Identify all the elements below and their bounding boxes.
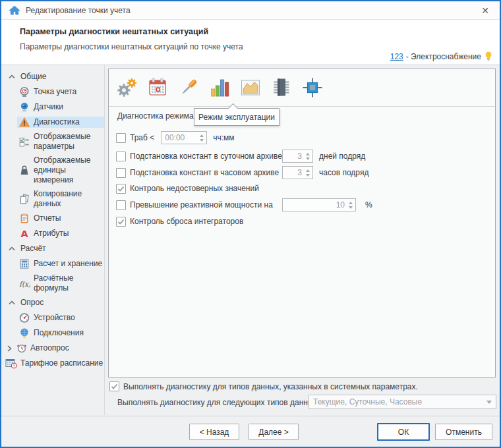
sidebar-item-2[interactable]: Датчики bbox=[17, 101, 104, 113]
sidebar-item-11[interactable]: f(x)Расчётныеформулы bbox=[17, 273, 104, 293]
sidebar-item-15[interactable]: Автоопрос bbox=[5, 343, 104, 354]
sidebar-group-9[interactable]: Расчёт bbox=[4, 243, 104, 254]
chevron-right-icon[interactable] bbox=[5, 345, 13, 352]
checkbox-label: Подстановка констант в часовом архиве bbox=[130, 168, 278, 177]
checkbox-label: Превышение реактивной мощности на bbox=[130, 200, 278, 210]
diagnostics-warning-icon bbox=[18, 117, 30, 128]
checkbox[interactable] bbox=[116, 133, 126, 143]
metering-point-link-row: 123 - Электроснабжение bbox=[390, 51, 493, 62]
ok-button[interactable]: ОК bbox=[377, 423, 430, 441]
operation-mode-screwdriver-icon[interactable] bbox=[177, 76, 200, 99]
checkbox[interactable] bbox=[116, 152, 126, 161]
spin-edit[interactable]: 3 bbox=[282, 150, 313, 163]
units-weight-icon bbox=[18, 165, 30, 176]
spinner-arrows-icon[interactable] bbox=[304, 169, 312, 177]
device-gauge-icon bbox=[18, 312, 30, 323]
titlebar[interactable]: Редактирование точки учета ✕ bbox=[1, 1, 500, 20]
autopoll-alarm-icon bbox=[16, 343, 28, 354]
copy-data-icon bbox=[18, 194, 30, 205]
unit-label: часов подряд bbox=[319, 168, 368, 177]
svg-text:A: A bbox=[20, 229, 28, 239]
chevron-up-icon[interactable] bbox=[8, 245, 16, 253]
wizard-header: Параметры диагностики нештатных ситуаций… bbox=[1, 20, 500, 65]
checkbox-label: Контроль недостоверных значений bbox=[130, 184, 259, 193]
footer-bar: < Назад Далее > ОК Отменить bbox=[1, 416, 500, 447]
sidebar-group-label: Опрос bbox=[20, 298, 44, 308]
spinner-arrows-icon[interactable] bbox=[347, 202, 355, 209]
sidebar-item-6[interactable]: Копированиеданных bbox=[17, 189, 104, 209]
sidebar-item-8[interactable]: AАтрибуты bbox=[17, 228, 104, 239]
back-button[interactable]: < Назад bbox=[189, 424, 239, 440]
spin-edit-value: 00:00 bbox=[162, 133, 198, 142]
line-chart-icon[interactable] bbox=[239, 76, 262, 99]
reports-icon bbox=[18, 213, 30, 224]
point-name-label: - Электроснабжение bbox=[406, 52, 481, 61]
checkbox[interactable] bbox=[116, 184, 126, 194]
checkbox[interactable] bbox=[116, 200, 126, 210]
diagnostics-panel: Диагностика режима эксплуатации Режим эк… bbox=[108, 69, 496, 378]
chip-icon[interactable] bbox=[270, 76, 293, 99]
metering-point-icon bbox=[18, 86, 30, 98]
sidebar-item-label: Подключения bbox=[34, 328, 84, 338]
unit-label: чч:мм bbox=[213, 133, 234, 142]
sidebar-item-16[interactable]: Тарифное расписание bbox=[4, 358, 104, 369]
spin-edit-value: 3 bbox=[283, 168, 304, 177]
chevron-up-icon[interactable] bbox=[8, 299, 16, 307]
sidebar-item-10[interactable]: Расчет и хранение bbox=[17, 258, 104, 269]
checkbox-label: Траб < bbox=[130, 133, 154, 142]
spin-edit[interactable]: 10 bbox=[282, 198, 356, 211]
data-types-combobox[interactable]: Текущие, Суточные, Часовые bbox=[309, 395, 496, 409]
settings-gears-icon[interactable] bbox=[115, 76, 138, 99]
close-button[interactable]: ✕ bbox=[476, 5, 494, 16]
point-number-link[interactable]: 123 bbox=[390, 52, 403, 61]
spin-edit-value: 10 bbox=[283, 200, 347, 210]
tooltip: Режим эксплуатации bbox=[194, 108, 280, 126]
next-button[interactable]: Далее > bbox=[249, 424, 299, 440]
sidebar-item-13[interactable]: Устройство bbox=[17, 312, 104, 323]
checkbox-label: Подстановка констант в суточном архиве bbox=[130, 152, 278, 161]
spin-edit[interactable]: 3 bbox=[282, 166, 313, 179]
system-params-checkbox[interactable] bbox=[109, 381, 119, 391]
sidebar-item-label: Автоопрос bbox=[30, 343, 69, 353]
spinner-arrows-icon[interactable] bbox=[198, 134, 206, 142]
calculator-icon bbox=[18, 258, 30, 269]
sidebar-item-label: Отображаемыеединицыизмерения bbox=[34, 155, 91, 185]
displayed-params-icon bbox=[18, 136, 30, 148]
sidebar-item-4[interactable]: Отображаемыепараметры bbox=[17, 132, 104, 152]
sidebar-item-label: Атрибуты bbox=[34, 229, 69, 238]
sidebar-item-label: Датчики bbox=[34, 102, 63, 112]
sidebar-item-14[interactable]: Подключения bbox=[17, 327, 104, 339]
sidebar-group-12[interactable]: Опрос bbox=[4, 297, 104, 308]
node-icon[interactable] bbox=[301, 76, 324, 99]
window-title: Редактирование точки учета bbox=[26, 6, 131, 15]
edit-metering-point-dialog: Редактирование точки учета ✕ Параметры д… bbox=[0, 0, 501, 448]
cancel-button[interactable]: Отменить bbox=[435, 424, 492, 440]
spinner-arrows-icon[interactable] bbox=[304, 153, 312, 160]
checkbox[interactable] bbox=[116, 217, 126, 227]
sidebar-item-label: Копированиеданных bbox=[34, 189, 82, 209]
sidebar-item-label: Устройство bbox=[34, 313, 75, 323]
sensors-icon bbox=[18, 101, 30, 113]
tariff-schedule-icon bbox=[5, 358, 17, 369]
checkbox-label: Контроль сброса интеграторов bbox=[130, 217, 243, 226]
sidebar-item-1[interactable]: Точка учета bbox=[17, 86, 104, 98]
checkbox[interactable] bbox=[116, 168, 126, 178]
chevron-up-icon[interactable] bbox=[8, 73, 16, 81]
unit-label: % bbox=[365, 200, 372, 210]
sidebar-group-0[interactable]: Общие bbox=[4, 71, 104, 82]
sidebar-item-label: Расчётныеформулы bbox=[34, 273, 74, 293]
sidebar-item-label: Тарифное расписание bbox=[20, 358, 103, 368]
system-params-option-row: Выполнять диагностику для типов данных, … bbox=[109, 381, 418, 391]
calendar-icon[interactable] bbox=[146, 76, 169, 99]
sidebar-item-5[interactable]: Отображаемыеединицыизмерения bbox=[17, 155, 104, 185]
sidebar-item-diagnostics[interactable]: Диагностика bbox=[17, 117, 104, 128]
spin-edit[interactable]: 00:00 bbox=[161, 131, 207, 144]
bar-chart-icon[interactable] bbox=[208, 76, 231, 99]
page-title: Параметры диагностики нештатных ситуаций bbox=[20, 27, 208, 36]
sidebar-group-label: Общие bbox=[20, 72, 46, 82]
chevron-down-icon bbox=[486, 401, 492, 404]
page-subtitle: Параметры диагностики нештатных ситуаций… bbox=[20, 42, 243, 51]
sidebar-group-label: Расчёт bbox=[20, 244, 46, 254]
diagnostic-option-row-2: Подстановка констант в часовом архиве3ча… bbox=[116, 166, 368, 179]
sidebar-item-7[interactable]: Отчеты bbox=[17, 213, 104, 224]
